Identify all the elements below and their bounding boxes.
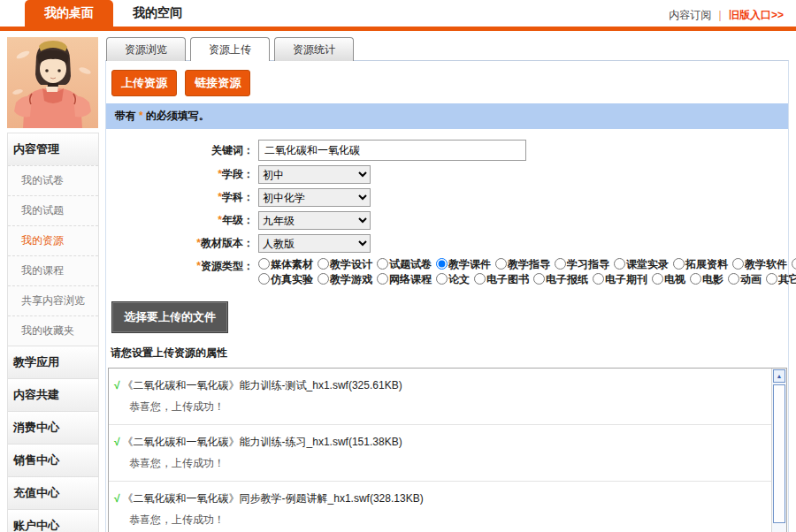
stage-select[interactable]: 初中 [258,165,371,184]
resource-type-option-label: 学习指导 [567,258,609,270]
stage-label: *学段： [106,167,258,182]
resource-type-option[interactable]: 动画 [728,273,762,285]
sidebar-header-content-management[interactable]: 内容管理 [8,133,98,165]
resource-type-radio[interactable] [377,258,388,270]
resource-type-option-label: 电子报纸 [546,273,588,285]
resource-type-option[interactable]: 电视 [652,273,685,285]
upload-file-line: √《二氧化碳和一氧化碳》能力训练-测试_hx1.swf(325.61KB) [114,378,764,393]
resource-type-option[interactable]: 电子报纸 [533,273,588,285]
resource-type-option[interactable]: 其它 [766,273,796,285]
resource-type-option[interactable]: 电子图书 [474,273,529,285]
list-scrollbar[interactable]: ▲ ▼ [771,369,786,532]
upload-file-line: √《二氧化碳和一氧化碳》同步教学-例题讲解_hx1.swf(328.13KB) [114,491,764,506]
resource-type-radio[interactable] [258,258,270,270]
resource-type-row: *资源类型： 媒体素材教学设计试题试卷教学课件教学指导学习指导课堂实录拓展资料教… [106,257,788,287]
upload-success-message: 恭喜您，上传成功！ [129,399,764,414]
resource-type-radio[interactable] [318,258,329,270]
action-button-row: 上传资源 链接资源 [106,61,788,103]
sidebar-item-my-courses[interactable]: 我的课程 [8,255,98,285]
scrollbar-track[interactable] [773,384,785,532]
resource-type-option[interactable]: 常用软件 [792,258,796,270]
resource-type-option[interactable]: 教学设计 [318,258,372,270]
textbook-label-text: 教材版本： [201,237,254,249]
upload-form: 关键词： *学段： 初中 *学科： 初中化学 *年级： 九年级 *教材版本： [106,129,788,287]
upload-filename: 《二氧化碳和一氧化碳》能力训练-测试_hx1.swf(325.61KB) [123,379,402,391]
sidebar-header-teaching-apps[interactable]: 教学应用 [8,346,98,378]
grade-label-text: 年级： [222,214,254,226]
resource-type-option[interactable]: 网络课程 [377,273,432,285]
sidebar-menu: 内容管理 我的试卷 我的试题 我的资源 我的课程 共享内容浏览 我的收藏夹 教学… [7,133,99,532]
resource-type-option[interactable]: 学习指导 [555,258,609,270]
resource-type-radio[interactable] [766,273,777,285]
resource-type-radio[interactable] [533,273,545,285]
resource-type-radio[interactable] [436,273,448,285]
resource-type-radio[interactable] [555,258,566,270]
resource-type-line-1: 媒体素材教学设计试题试卷教学课件教学指导学习指导课堂实录拓展资料教学软件常用软件 [258,257,796,272]
sidebar-item-my-papers[interactable]: 我的试卷 [8,165,98,195]
sidebar-header-sales-center[interactable]: 销售中心 [8,444,98,476]
resource-type-radio[interactable] [614,258,625,270]
textbook-row: *教材版本： 人教版 [106,234,788,253]
resource-type-option[interactable]: 拓展资料 [673,258,728,270]
upload-resource-button[interactable]: 上传资源 [111,70,177,96]
upload-file-line: √《二氧化碳和一氧化碳》能力训练-练习_hx1.swf(151.38KB) [114,435,764,450]
resource-type-radio[interactable] [792,258,796,270]
keyword-input[interactable] [258,140,526,161]
attributes-title: 请您设置上传资源的属性 [111,346,788,361]
resource-type-option[interactable]: 教学课件 [436,258,491,270]
upload-success-message: 恭喜您，上传成功！ [129,513,764,528]
content-subscribe-link[interactable]: 内容订阅 [669,9,711,21]
textbook-select[interactable]: 人教版 [258,234,371,253]
sidebar-header-account-center[interactable]: 账户中心 [8,509,98,532]
resource-type-option-label: 电子期刊 [605,273,647,285]
sidebar-item-shared-content[interactable]: 共享内容浏览 [8,285,98,315]
resource-type-option[interactable]: 仿真实验 [258,273,313,285]
tab-resource-upload[interactable]: 资源上传 [190,37,270,61]
link-resource-button[interactable]: 链接资源 [185,70,250,96]
resource-type-radio[interactable] [652,273,663,285]
resource-type-radio[interactable] [690,273,701,285]
scrollbar-thumb[interactable] [773,384,785,523]
resource-tab-strip: 资源浏览 资源上传 资源统计 [105,37,789,60]
resource-type-option[interactable]: 电子期刊 [593,273,647,285]
resource-type-option-label: 教学课件 [448,258,491,270]
resource-type-radio[interactable] [377,273,388,285]
resource-type-option[interactable]: 试题试卷 [377,258,432,270]
required-fields-notice: 带有*的必须填写。 [106,103,788,129]
upload-panel: 上传资源 链接资源 带有*的必须填写。 关键词： *学段： 初中 *学科： 初中… [105,60,789,532]
resource-type-radio-selected[interactable] [436,258,448,270]
sidebar-item-my-questions[interactable]: 我的试题 [8,195,98,225]
choose-file-button[interactable]: 选择要上传的文件 [111,301,228,333]
sidebar-item-my-favorites[interactable]: 我的收藏夹 [8,315,98,346]
resource-type-radio[interactable] [673,258,685,270]
resource-type-radio[interactable] [318,273,329,285]
resource-type-radio[interactable] [728,273,739,285]
tab-my-space[interactable]: 我的空间 [113,0,202,27]
tab-my-desktop[interactable]: 我的桌面 [25,0,113,27]
grade-select[interactable]: 九年级 [258,211,371,230]
resource-type-option[interactable]: 论文 [436,273,470,285]
subject-select[interactable]: 初中化学 [258,188,371,207]
old-version-link[interactable]: 旧版入口>> [729,9,784,21]
resource-type-radio[interactable] [593,273,604,285]
subject-row: *学科： 初中化学 [106,188,788,207]
resource-type-radio[interactable] [495,258,507,270]
sidebar-header-content-coconstruction[interactable]: 内容共建 [8,378,98,411]
sidebar-header-consumption-center[interactable]: 消费中心 [8,411,98,444]
scroll-up-icon[interactable]: ▲ [773,369,785,383]
resource-type-radio[interactable] [732,258,744,270]
sidebar: 内容管理 我的试卷 我的试题 我的资源 我的课程 共享内容浏览 我的收藏夹 教学… [7,37,99,532]
upload-item: √《二氧化碳和一氧化碳》能力训练-测试_hx1.swf(325.61KB) 恭喜… [109,369,771,414]
resource-type-option[interactable]: 课堂实录 [614,258,669,270]
tab-resource-browse[interactable]: 资源浏览 [106,37,186,61]
resource-type-radio[interactable] [474,273,486,285]
resource-type-option[interactable]: 教学游戏 [318,273,372,285]
sidebar-item-my-resources[interactable]: 我的资源 [8,225,98,255]
resource-type-option[interactable]: 媒体素材 [258,258,313,270]
resource-type-radio[interactable] [258,273,270,285]
resource-type-option[interactable]: 电影 [690,273,723,285]
tab-resource-statistics[interactable]: 资源统计 [274,37,354,61]
resource-type-option[interactable]: 教学软件 [732,258,787,270]
sidebar-header-recharge-center[interactable]: 充值中心 [8,476,98,509]
resource-type-option[interactable]: 教学指导 [495,258,550,270]
